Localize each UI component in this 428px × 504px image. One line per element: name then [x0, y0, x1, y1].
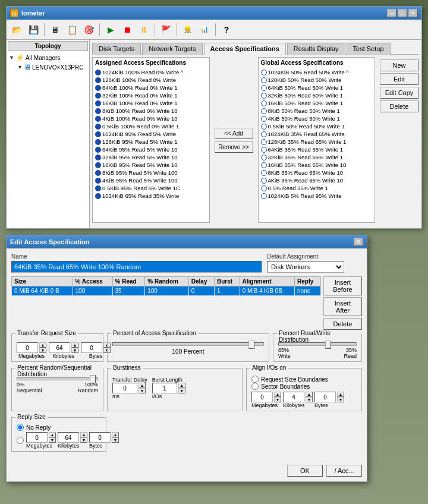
kb-up[interactable]: ▲ — [71, 342, 78, 348]
table-delete-button[interactable]: Delete — [323, 318, 362, 330]
list-item[interactable]: 32KiB 100% Read 0% Write 1 — [94, 92, 208, 99]
list-item[interactable]: 64KiB 100% Read 0% Write 1 — [94, 84, 208, 92]
align-mb-input[interactable] — [251, 392, 273, 402]
burst-down[interactable]: ▼ — [178, 388, 185, 393]
align-mb-up[interactable]: ▲ — [274, 392, 281, 397]
align-sector-radio[interactable] — [251, 383, 259, 390]
delete-button[interactable]: Delete — [380, 100, 418, 112]
add-button[interactable]: << Add — [215, 128, 253, 139]
topology-pc[interactable]: ▼ 🖥 LENOVO×X13PRC — [8, 62, 88, 72]
reply-kb-input[interactable] — [58, 432, 79, 443]
open-button[interactable]: 📂 — [9, 22, 24, 37]
access-slider-track[interactable] — [112, 342, 264, 346]
managers-button[interactable]: 📊 — [197, 22, 212, 37]
reply-b-down[interactable]: ▼ — [112, 437, 119, 443]
stop-button[interactable]: ⏸ — [136, 22, 152, 37]
minimize-button[interactable]: ─ — [387, 9, 396, 17]
cancel-button[interactable]: / Acc... — [326, 465, 362, 477]
align-mb-down[interactable]: ▼ — [274, 397, 281, 402]
mb-up[interactable]: ▲ — [39, 342, 46, 348]
list-item[interactable]: 0.5KiB 50% Read 50% Write 1 — [260, 122, 374, 130]
list-item[interactable]: 64KiB 35% Read 65% Write 1 — [260, 146, 374, 153]
delay-down[interactable]: ▼ — [139, 388, 146, 393]
table-row[interactable]: 0 MiB 64 KiB 0 B 100 35 100 0 1 0 MiB 4 … — [12, 286, 321, 296]
reply-b-up[interactable]: ▲ — [112, 432, 119, 437]
tab-results-display[interactable]: Results Display — [287, 43, 345, 55]
list-item[interactable]: 0.5KiB 95% Read 5% Write 1C — [94, 184, 208, 192]
list-item[interactable]: 32KiB 95% Read 5% Write 10 — [94, 153, 208, 161]
reply-size-radio[interactable] — [17, 437, 24, 444]
rw-slider-thumb[interactable] — [325, 341, 331, 349]
list-item[interactable]: 32KiB 50% Read 50% Write 1 — [260, 92, 374, 99]
random-slider-thumb[interactable] — [90, 375, 96, 383]
pc-expand-icon[interactable]: ▼ — [17, 64, 23, 70]
dialog-close-button[interactable]: ✕ — [354, 238, 363, 246]
reply-kb-down[interactable]: ▼ — [80, 437, 87, 443]
list-item[interactable]: 8KiB 100% Read 0% Write 10 — [94, 107, 208, 115]
b-input[interactable] — [81, 342, 102, 353]
align-b-down[interactable]: ▼ — [337, 397, 344, 402]
default-assignment-select[interactable]: Disk Workers — [267, 261, 344, 273]
flag-button[interactable]: 🚩 — [158, 22, 174, 37]
insert-before-button[interactable]: Insert Before — [323, 276, 362, 295]
list-item[interactable]: 1024KiB 95% Read 5% Write — [94, 130, 208, 138]
tab-network-targets[interactable]: Network Targets — [142, 43, 202, 55]
insert-after-button[interactable]: Insert After — [323, 297, 362, 316]
rw-slider-track[interactable] — [278, 342, 357, 346]
tab-access-specifications[interactable]: Access Specifications — [204, 43, 286, 55]
reply-mb-up[interactable]: ▲ — [49, 432, 56, 437]
list-item[interactable]: 16KiB 35% Read 65% Write 10 — [260, 161, 374, 169]
list-item[interactable]: 4KiB 50% Read 50% Write 1 — [260, 115, 374, 122]
list-item[interactable]: 64KiB 50% Read 50% Write 1 — [260, 84, 374, 92]
list-item[interactable]: 0.5% Read 35% Write 1 — [260, 184, 374, 192]
list-item[interactable]: 4KiB 95% Read 5% Write 100 — [94, 177, 208, 184]
delay-up[interactable]: ▲ — [139, 383, 146, 388]
edit-button[interactable]: Edit — [380, 73, 418, 85]
list-item[interactable]: 8KiB 95% Read 5% Write 100 — [94, 169, 208, 177]
list-item[interactable]: 4KiB 35% Read 65% Write 10 — [260, 177, 374, 184]
list-item[interactable]: 128KiB 50% Read 50% Write — [260, 76, 374, 84]
kb-down[interactable]: ▼ — [71, 348, 78, 353]
list-item[interactable]: 128KiB 100% Read 0% Write — [94, 76, 208, 84]
list-item[interactable]: 64KiB 95% Read 5% Write 10 — [94, 146, 208, 153]
maximize-button[interactable]: □ — [398, 9, 407, 17]
list-item[interactable]: 1024KiB 100% Read 0% Write ^ — [94, 68, 208, 76]
align-kb-down[interactable]: ▼ — [306, 397, 313, 402]
global-specs-list[interactable]: 1024KiB 50% Read 50% Write ^ 128KiB 50% … — [260, 68, 374, 219]
align-request-size-radio[interactable] — [251, 376, 259, 383]
list-item[interactable]: 1024KiB 50% Read 50% Write ^ — [260, 68, 374, 76]
mb-down[interactable]: ▼ — [39, 348, 46, 353]
stop-all-button[interactable]: ⏹ — [119, 22, 135, 37]
tab-disk-targets[interactable]: Disk Targets — [92, 43, 141, 55]
reply-kb-up[interactable]: ▲ — [80, 432, 87, 437]
align-kb-input[interactable] — [283, 392, 304, 402]
list-item[interactable]: 16KiB 100% Read 0% Write 1 — [94, 99, 208, 107]
burst-input[interactable] — [152, 383, 177, 393]
list-item[interactable]: 1024KiB 5% Read 95% Write — [260, 192, 374, 200]
expand-icon[interactable]: ▼ — [9, 55, 14, 61]
start-button[interactable]: ▶ — [103, 22, 118, 37]
remove-button[interactable]: Remove >> — [215, 141, 253, 153]
delay-input[interactable] — [112, 383, 137, 393]
reply-b-input[interactable] — [89, 432, 111, 443]
targets-button[interactable]: 🎯 — [81, 22, 96, 37]
list-item[interactable]: 16KiB 50% Read 50% Write 1 — [260, 99, 374, 107]
list-item[interactable]: 1024KiB 35% Read 65% Write — [260, 130, 374, 138]
list-item[interactable]: 1024KiB 65% Read 35% Write — [94, 192, 208, 200]
list-item[interactable]: 8KiB 35% Read 65% Write 10 — [260, 169, 374, 177]
tab-test-setup[interactable]: Test Setup — [347, 43, 391, 55]
config-button[interactable]: 📋 — [64, 22, 80, 37]
workers-button[interactable]: 👷 — [180, 22, 196, 37]
assigned-specs-list[interactable]: 1024KiB 100% Read 0% Write ^ 128KiB 100%… — [94, 68, 208, 219]
edit-copy-button[interactable]: Edit Copy — [380, 87, 418, 99]
reply-mb-input[interactable] — [26, 432, 48, 443]
list-item[interactable]: 8KiB 50% Read 50% Write 1 — [260, 107, 374, 115]
help-button[interactable]: ? — [219, 22, 234, 37]
list-item[interactable]: 32KiB 35% Read 65% Write 1 — [260, 153, 374, 161]
align-kb-up[interactable]: ▲ — [306, 392, 313, 397]
close-button[interactable]: ✕ — [408, 9, 418, 17]
random-slider-track[interactable] — [17, 377, 98, 380]
align-b-input[interactable] — [314, 392, 336, 402]
list-item[interactable]: 128KiB 95% Read 5% Write 1 — [94, 138, 208, 146]
access-slider-thumb[interactable] — [248, 341, 254, 349]
